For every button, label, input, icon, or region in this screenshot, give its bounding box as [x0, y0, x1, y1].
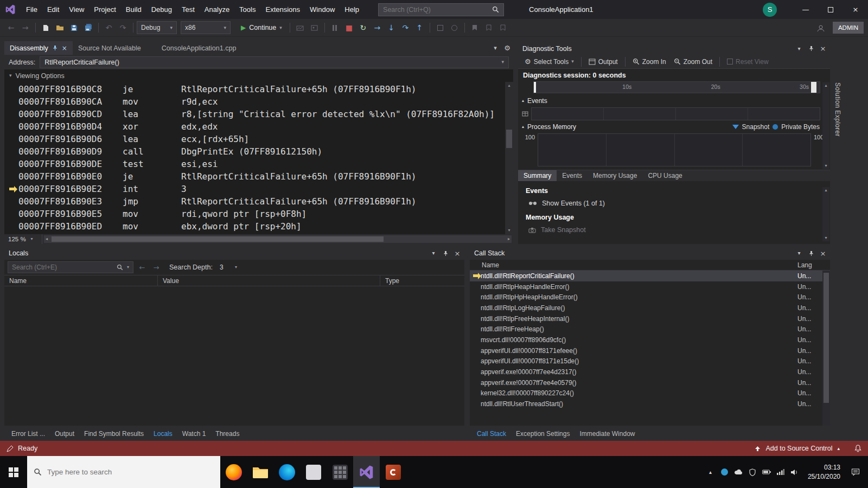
- taskbar-search-input[interactable]: [47, 468, 214, 476]
- save-button[interactable]: [67, 21, 81, 35]
- disassembly-line[interactable]: 00007FF8916B90E3jmpRtlReportCriticalFail…: [4, 195, 505, 208]
- tray-network-icon[interactable]: [776, 469, 786, 475]
- tab-summary[interactable]: Summary: [518, 170, 557, 181]
- undo-button[interactable]: ↶: [102, 21, 116, 35]
- tab-watch-1[interactable]: Watch 1: [178, 429, 210, 439]
- stack-frame[interactable]: ntdll.dll!RtlpLogHeapFailure()Un...: [470, 303, 822, 313]
- show-events-link[interactable]: Show Events (1 of 1): [526, 200, 822, 207]
- tray-battery-icon[interactable]: [762, 470, 771, 474]
- close-icon[interactable]: ×: [817, 42, 829, 55]
- application-insights-button[interactable]: [308, 21, 321, 35]
- restart-button[interactable]: ↻: [356, 21, 370, 35]
- breakpoints-window-button[interactable]: [448, 21, 461, 35]
- editor-vertical-scrollbar[interactable]: ▴ ▾: [505, 82, 513, 234]
- debug-configuration-select[interactable]: Debug ▾: [137, 21, 177, 34]
- scroll-up-icon[interactable]: ▴: [508, 84, 510, 88]
- gear-icon[interactable]: ⚙: [501, 41, 513, 55]
- pin-icon[interactable]: [805, 42, 817, 55]
- menu-build[interactable]: Build: [121, 0, 146, 19]
- tray-expand-icon[interactable]: ▴: [706, 470, 715, 475]
- tray-security-shield-icon[interactable]: [748, 468, 757, 476]
- locals-search[interactable]: ▾: [8, 261, 133, 273]
- zoom-out-button[interactable]: Zoom Out: [671, 56, 716, 68]
- quick-search[interactable]: [378, 3, 504, 16]
- disassembly-line[interactable]: 00007FF8916B90E5movrdi,qword ptr [rsp+0F…: [4, 208, 505, 220]
- call-stack-scrollbar[interactable]: [822, 271, 830, 426]
- search-next-button[interactable]: →: [151, 264, 162, 271]
- locals-body[interactable]: [4, 286, 464, 426]
- disassembly-line[interactable]: 00007FF8916B90EDmovebx,dword ptr [rsp+20…: [4, 220, 505, 233]
- stack-frame-current[interactable]: ntdll.dll!RtlReportCriticalFailure()Un..…: [470, 271, 822, 281]
- events-section-header[interactable]: ▴ Events: [518, 95, 830, 106]
- zoom-select[interactable]: 125 % ▾: [4, 234, 42, 244]
- stack-frame[interactable]: ntdll.dll!RtlUserThreadStart()Un...: [470, 399, 822, 409]
- diagnostic-tools-header[interactable]: Diagnostic Tools ▾ ×: [518, 42, 830, 55]
- stack-frame[interactable]: ntdll.dll!RtlpHpHeapHandleError()Un...: [470, 292, 822, 303]
- disassembly-line[interactable]: 00007FF8916B90DEtestesi,esi: [4, 158, 505, 170]
- menu-edit[interactable]: Edit: [42, 0, 64, 19]
- scroll-down-icon[interactable]: ▾: [508, 228, 510, 233]
- tab-list-chevron-icon[interactable]: ▾: [489, 41, 501, 55]
- close-icon[interactable]: ×: [451, 247, 463, 260]
- chevron-up-icon[interactable]: ▴: [837, 446, 840, 451]
- tray-volume-icon[interactable]: [790, 469, 800, 476]
- column-lang[interactable]: Lang: [797, 261, 822, 269]
- show-diagnostic-tools-button[interactable]: [293, 21, 307, 35]
- tab-locals[interactable]: Locals: [150, 429, 176, 439]
- tab-exception-settings[interactable]: Exception Settings: [512, 429, 573, 439]
- step-out-button[interactable]: ↑: [413, 21, 426, 35]
- tab-immediate-window[interactable]: Immediate Window: [576, 429, 639, 439]
- taskbar-file-explorer-icon[interactable]: [247, 456, 273, 488]
- disassembly-line[interactable]: 00007FF8916B90E0jeRtlReportCriticalFailu…: [4, 170, 505, 183]
- tab-error-list[interactable]: Error List ...: [8, 429, 49, 439]
- menu-tools[interactable]: Tools: [234, 0, 260, 19]
- window-position-icon[interactable]: ▾: [793, 42, 805, 55]
- menu-help[interactable]: Help: [340, 0, 364, 19]
- output-button[interactable]: Output: [585, 56, 621, 68]
- taskbar-visual-studio-icon[interactable]: [353, 456, 380, 488]
- menu-debug[interactable]: Debug: [146, 0, 177, 19]
- scrollbar-thumb[interactable]: [824, 273, 829, 403]
- disassembly-line[interactable]: 00007FF8916B90D6leaecx,[rdx+65h]: [4, 133, 505, 145]
- take-snapshot-button[interactable]: Take Snapshot: [526, 226, 822, 234]
- disassembly-line[interactable]: 00007FF8916B90CDlear8,[string "Critical …: [4, 108, 505, 120]
- tab-disassembly[interactable]: Disassembly ×: [4, 41, 73, 55]
- scrollbar-thumb[interactable]: [52, 236, 384, 242]
- column-value[interactable]: Value: [158, 275, 380, 286]
- navigate-backward-button[interactable]: ←: [4, 21, 18, 35]
- hex-display-button[interactable]: [433, 21, 447, 35]
- window-position-icon[interactable]: ▾: [427, 247, 439, 260]
- new-file-button[interactable]: [39, 21, 53, 35]
- pin-icon[interactable]: [805, 247, 817, 260]
- stack-frame[interactable]: appverifUI.dll!00007ff8171e15de()Un...: [470, 356, 822, 367]
- feedback-button[interactable]: [814, 21, 828, 35]
- viewing-options-toggle[interactable]: ▾ Viewing Options: [4, 69, 513, 82]
- admin-badge[interactable]: ADMIN: [833, 22, 864, 34]
- events-timeline-box[interactable]: [531, 107, 820, 120]
- navigate-forward-button[interactable]: →: [18, 21, 32, 35]
- search-depth-select[interactable]: 3 ▾: [216, 262, 241, 273]
- account-avatar[interactable]: S: [763, 3, 777, 17]
- menu-window[interactable]: Window: [305, 0, 340, 19]
- tab-events[interactable]: Events: [557, 170, 588, 181]
- column-name[interactable]: Name: [470, 261, 797, 269]
- tab-cpu-usage[interactable]: CPU Usage: [642, 170, 687, 181]
- disassembly-code-area[interactable]: 00007FF8916B90C8jeRtlReportCriticalFailu…: [4, 82, 513, 234]
- menu-project[interactable]: Project: [89, 0, 120, 19]
- tab-memory-usage[interactable]: Memory Usage: [588, 170, 642, 181]
- menu-view[interactable]: View: [64, 0, 89, 19]
- notifications-bell-icon[interactable]: [854, 445, 861, 452]
- breakpoint-gutter[interactable]: [4, 188, 18, 190]
- taskbar-firefox-icon[interactable]: [220, 456, 247, 488]
- minimize-button[interactable]: —: [793, 0, 818, 19]
- stack-frame[interactable]: ntdll.dll!RtlFreeHeap()Un...: [470, 324, 822, 335]
- step-into-button[interactable]: ↓: [385, 21, 398, 35]
- scroll-up-icon[interactable]: ▴: [825, 188, 827, 192]
- continue-button[interactable]: ▶ Continue ▾: [237, 21, 286, 35]
- window-position-icon[interactable]: ▾: [793, 247, 805, 260]
- previous-bookmark-button[interactable]: [482, 21, 496, 35]
- solution-explorer-tab[interactable]: Solution Explorer: [834, 82, 841, 137]
- menu-extensions[interactable]: Extensions: [260, 0, 305, 19]
- chevron-down-icon[interactable]: ▾: [127, 265, 129, 269]
- close-tab-icon[interactable]: ×: [62, 45, 67, 52]
